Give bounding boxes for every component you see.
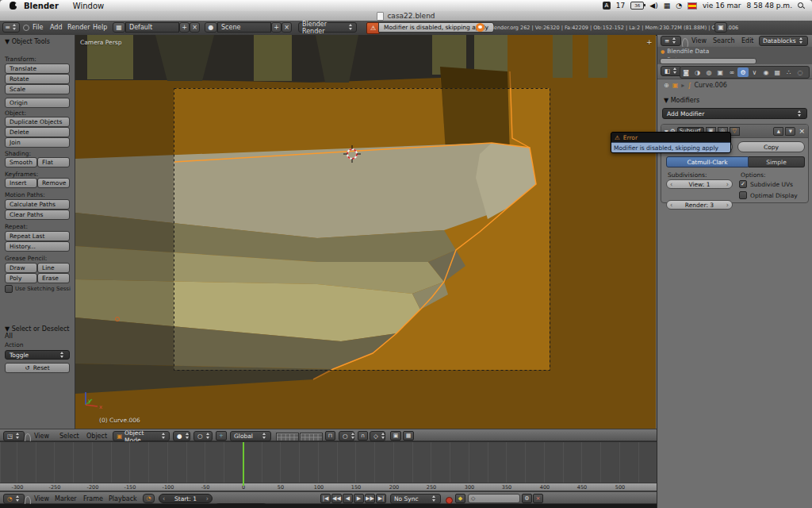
outliner-search-menu[interactable]: Search <box>710 36 737 46</box>
pivot-select[interactable]: ○ <box>193 431 213 441</box>
add-layout-button[interactable]: + <box>179 22 190 33</box>
tab-particles[interactable]: ∴ <box>783 67 795 77</box>
render-subdivisions-stepper[interactable]: ‹ Render: 3 › <box>666 200 733 210</box>
timeline-track[interactable] <box>0 441 657 483</box>
outliner-tree[interactable]: ● Blendfile Data ○ Data <box>657 47 812 64</box>
timeline-marker-menu[interactable]: Marker <box>52 494 79 504</box>
modifiers-panel-header[interactable]: ▼ Modifiers <box>664 97 699 104</box>
modifier-move-down-button[interactable]: ▼ <box>785 127 795 136</box>
spotlight-icon[interactable] <box>798 2 804 9</box>
file-menu[interactable]: File <box>30 22 45 33</box>
translate-button[interactable]: Translate <box>5 64 70 74</box>
outliner-editor-type-button[interactable]: ≡ <box>661 36 681 46</box>
viewport-view-menu[interactable]: View <box>32 431 52 441</box>
tab-render[interactable]: ◙ <box>680 67 691 77</box>
tab-object[interactable]: ▣ <box>714 67 726 77</box>
help-menu[interactable]: Help <box>90 22 109 33</box>
smooth-button[interactable]: Smooth <box>5 157 37 167</box>
object-tools-panel-header[interactable]: ▼ Object Tools <box>5 38 50 45</box>
jump-start-button[interactable]: |◀ <box>320 494 331 503</box>
shading-select[interactable]: ● <box>173 431 190 441</box>
viewport-editor-type-button[interactable]: ◳ <box>3 431 25 441</box>
header-collapse-dot[interactable] <box>23 25 29 31</box>
outliner-horizontal-scrollbar[interactable] <box>660 58 756 64</box>
auto-key-button[interactable]: ◆ <box>455 494 465 503</box>
orientation-select[interactable]: Global <box>230 431 271 441</box>
join-button[interactable]: Join <box>5 137 70 148</box>
grease-line-button[interactable]: Line <box>37 263 70 273</box>
tab-scene[interactable]: ◑ <box>691 67 703 77</box>
add-modifier-select[interactable]: Add Modifier <box>662 108 807 119</box>
snap-magnet-icon[interactable]: ∩ <box>358 431 368 441</box>
outliner-display-mode-select[interactable]: Datablocks <box>759 36 808 46</box>
subdivide-uvs-row[interactable]: ✓ Subdivide UVs <box>739 180 793 188</box>
simple-button[interactable]: Simple <box>749 156 805 167</box>
tab-texture[interactable]: ▦ <box>772 67 783 77</box>
add-menu[interactable]: Add <box>48 22 65 33</box>
manipulator-toggle[interactable]: + <box>216 431 227 441</box>
time-machine-icon[interactable]: ◔ <box>676 2 682 10</box>
outliner-row[interactable]: ● Blendfile Data <box>657 47 812 56</box>
grease-draw-button[interactable]: Draw <box>5 263 37 273</box>
timeline-editor-type-button[interactable]: ◔ <box>3 494 25 504</box>
reset-button[interactable]: ↺ Reset <box>5 363 70 373</box>
language-flag-icon[interactable] <box>688 2 697 10</box>
delete-scene-button[interactable]: × <box>282 22 292 33</box>
screen-layout-field[interactable]: Default <box>125 22 179 33</box>
menubar-time[interactable]: 8 58 48 p.m. <box>747 2 792 10</box>
catmull-clark-button[interactable]: Catmull-Clark <box>666 156 749 167</box>
prev-keyframe-button[interactable]: ◀◀ <box>331 494 342 503</box>
subdivide-uvs-checkbox[interactable]: ✓ <box>739 180 747 188</box>
render-opengl-button[interactable]: ▣ <box>390 431 401 441</box>
sketching-session-row[interactable]: Use Sketching Sessi <box>5 285 71 293</box>
apple-menu-icon[interactable] <box>10 2 17 10</box>
delete-button[interactable]: Delete <box>5 127 70 137</box>
volume-icon[interactable]: ◀) <box>649 2 657 10</box>
start-frame-stepper[interactable]: ‹ Start: 1 › <box>159 494 213 503</box>
app-menu[interactable]: Blender <box>17 2 66 10</box>
scene-icon[interactable]: ● <box>205 22 217 33</box>
proportional-edit-select[interactable]: ○ <box>339 431 354 441</box>
tab-modifiers[interactable]: ⚙ <box>737 67 749 77</box>
play-button[interactable]: ▶ <box>354 494 364 503</box>
editor-type-button[interactable]: ≡ <box>2 22 20 33</box>
scale-button[interactable]: Scale <box>5 84 70 94</box>
add-scene-button[interactable]: + <box>271 22 282 33</box>
outliner-edit-menu[interactable]: Edit <box>739 36 756 46</box>
render-opengl-anim-button[interactable]: ▦ <box>403 431 414 441</box>
sketching-checkbox[interactable] <box>5 285 13 293</box>
jump-end-button[interactable]: ▶| <box>376 494 386 503</box>
delete-keyframe-icon-button[interactable]: × <box>533 494 543 503</box>
render-menu[interactable]: Render <box>65 22 92 33</box>
origin-button[interactable]: Origin <box>5 98 70 108</box>
menubar-date[interactable]: vie 16 mar <box>703 2 741 10</box>
tab-physics[interactable]: ◌ <box>795 67 806 77</box>
insert-keyframe-icon-button[interactable]: ⚙ <box>522 494 532 503</box>
pin-icon[interactable]: ⊕ <box>664 82 669 89</box>
modifier-close-icon[interactable]: × <box>799 127 805 135</box>
timeline-playhead[interactable] <box>243 442 244 486</box>
remove-keyframe-button[interactable]: Remove <box>37 178 70 188</box>
viewport-object-menu[interactable]: Object <box>84 431 109 441</box>
action-select[interactable]: Toggle <box>5 350 70 360</box>
view-subdivisions-stepper[interactable]: ‹ View: 1 › <box>666 179 733 189</box>
play-reverse-button[interactable]: ◀ <box>343 494 353 503</box>
render-engine-select[interactable]: Blender Render <box>298 22 357 33</box>
window-menu[interactable]: Window <box>66 2 111 10</box>
mode-select[interactable]: ▣ Object Mode <box>113 431 170 441</box>
viewport-3d[interactable]: y x Camera Persp (0) Curve.006 + <box>75 35 656 429</box>
snap-element-select[interactable]: ◇ <box>370 431 385 441</box>
viewport-select-menu[interactable]: Select <box>57 431 82 441</box>
rotate-button[interactable]: Rotate <box>5 74 70 84</box>
optimal-display-row[interactable]: Optimal Display <box>739 191 798 199</box>
scene-field[interactable]: Scene <box>217 22 271 33</box>
tab-object-data[interactable]: ∨ <box>749 67 760 77</box>
input-source-icon[interactable]: A <box>603 2 611 10</box>
duplicate-objects-button[interactable]: Duplicate Objects <box>5 117 70 127</box>
delete-layout-button[interactable]: × <box>190 22 200 33</box>
sync-select[interactable]: No Sync <box>390 494 441 504</box>
keying-set-field[interactable]: ◇ <box>468 494 520 503</box>
timeline-playback-menu[interactable]: Playback <box>106 494 140 504</box>
tab-world[interactable]: ◍ <box>703 67 714 77</box>
clear-paths-button[interactable]: Clear Paths <box>5 210 70 220</box>
